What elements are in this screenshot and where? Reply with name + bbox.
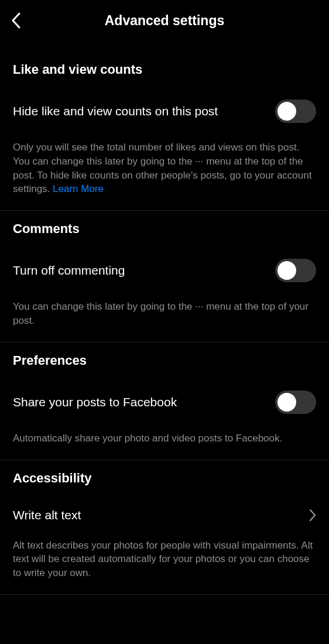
section-accessibility: Accessibility Write alt text Alt text de… xyxy=(0,460,329,595)
commenting-description: You can change this later by going to th… xyxy=(13,300,316,328)
row-write-alt-text[interactable]: Write alt text xyxy=(13,508,316,522)
toggle-knob xyxy=(277,393,296,412)
back-button[interactable] xyxy=(11,12,21,29)
section-heading-comments: Comments xyxy=(13,221,316,237)
alt-text-description: Alt text describes your photos for peopl… xyxy=(13,539,316,580)
chevron-right-icon xyxy=(309,509,316,522)
toggle-knob xyxy=(277,102,296,121)
hide-likes-label: Hide like and view counts on this post xyxy=(13,104,218,118)
share-facebook-description: Automatically share your photo and video… xyxy=(13,431,316,446)
row-hide-likes: Hide like and view counts on this post xyxy=(13,100,316,123)
hide-likes-toggle[interactable] xyxy=(275,100,316,123)
turn-off-commenting-label: Turn off commenting xyxy=(13,263,125,278)
toggle-knob xyxy=(277,261,296,280)
header: Advanced settings xyxy=(0,0,329,41)
share-facebook-toggle[interactable] xyxy=(275,390,316,414)
section-heading-accessibility: Accessibility xyxy=(13,471,316,486)
section-heading-likes: Like and view counts xyxy=(13,62,316,77)
hide-likes-description: Only you will see the total number of li… xyxy=(13,141,316,196)
share-facebook-label: Share your posts to Facebook xyxy=(13,395,177,409)
turn-off-commenting-toggle[interactable] xyxy=(275,259,316,282)
learn-more-link[interactable]: Learn More xyxy=(53,183,104,194)
section-comments: Comments Turn off commenting You can cha… xyxy=(0,211,329,342)
section-like-view-counts: Like and view counts Hide like and view … xyxy=(0,41,329,211)
write-alt-text-label: Write alt text xyxy=(13,508,81,522)
row-turn-off-commenting: Turn off commenting xyxy=(13,259,316,282)
chevron-right-button xyxy=(309,509,316,522)
chevron-left-icon xyxy=(11,12,21,29)
section-heading-preferences: Preferences xyxy=(13,353,316,368)
row-share-facebook: Share your posts to Facebook xyxy=(13,390,316,414)
section-preferences: Preferences Share your posts to Facebook… xyxy=(0,342,329,460)
page-title: Advanced settings xyxy=(11,13,318,29)
